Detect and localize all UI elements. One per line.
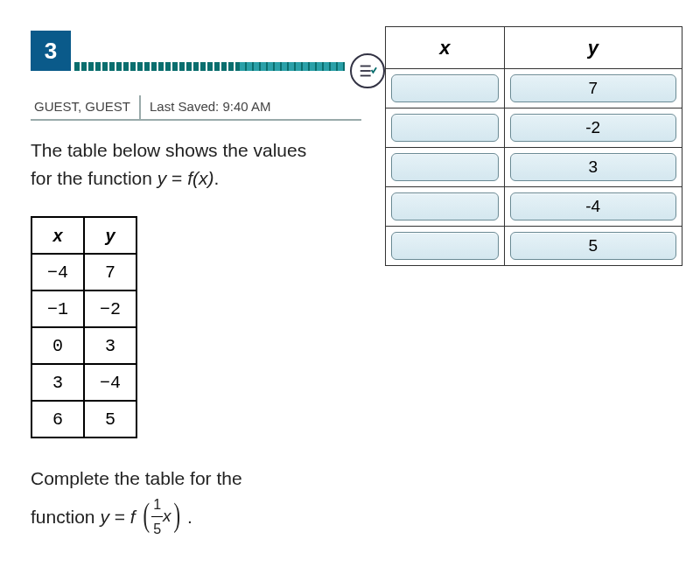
user-info-bar: GUEST, GUEST Last Saved: 9:40 AM <box>31 95 361 121</box>
src-cell: −4 <box>84 364 136 401</box>
src-header-x: x <box>32 217 84 254</box>
answer-input-x[interactable] <box>391 74 499 102</box>
answer-input-y[interactable]: 5 <box>510 232 676 260</box>
nav-menu-button[interactable] <box>350 53 385 88</box>
question-number-badge: 3 <box>31 31 71 71</box>
last-saved-label: Last Saved: 9:40 AM <box>141 95 279 119</box>
answer-input-x[interactable] <box>391 192 499 220</box>
top-bar: 3 <box>0 0 385 88</box>
answer-input-x[interactable] <box>391 232 499 260</box>
progress-strip <box>74 62 345 71</box>
src-cell: 3 <box>32 364 84 401</box>
answer-table: x y 7 -2 3 -4 5 <box>385 26 682 266</box>
src-cell: −2 <box>84 290 136 327</box>
answer-input-y[interactable]: -2 <box>510 114 676 142</box>
src-cell: 3 <box>84 327 136 364</box>
src-cell: −4 <box>32 254 84 290</box>
src-cell: −1 <box>32 290 84 327</box>
question-text: The table below shows the values for the… <box>0 121 385 192</box>
answer-input-x[interactable] <box>391 153 499 181</box>
src-cell: 5 <box>84 401 136 438</box>
ans-header-x: x <box>386 27 505 69</box>
complete-instruction: Complete the table for the function y = … <box>0 438 385 542</box>
source-data-table: x y −47 −1−2 03 3−4 65 <box>31 216 137 438</box>
src-cell: 6 <box>32 401 84 438</box>
user-name-label: GUEST, GUEST <box>31 95 141 119</box>
src-cell: 7 <box>84 254 136 290</box>
ans-header-y: y <box>504 27 682 69</box>
menu-check-icon <box>358 61 377 80</box>
answer-input-x[interactable] <box>391 114 499 142</box>
src-cell: 0 <box>32 327 84 364</box>
answer-input-y[interactable]: 3 <box>510 153 676 181</box>
answer-input-y[interactable]: -4 <box>510 192 676 220</box>
src-header-y: y <box>84 217 136 254</box>
answer-input-y[interactable]: 7 <box>510 74 676 102</box>
